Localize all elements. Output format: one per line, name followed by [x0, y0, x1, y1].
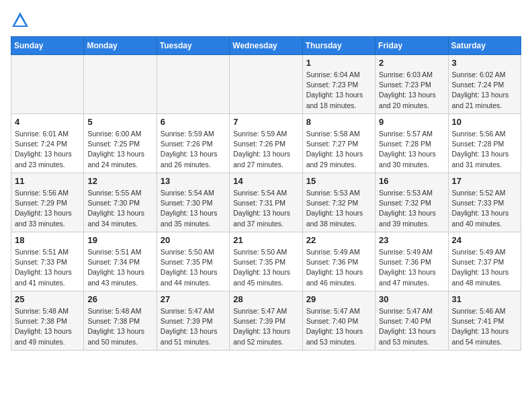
day-info: Sunrise: 5:46 AMSunset: 7:41 PMDaylight:… — [452, 306, 517, 347]
day-info: Sunrise: 5:58 AMSunset: 7:27 PMDaylight:… — [306, 129, 371, 170]
day-number: 24 — [452, 235, 517, 245]
day-number: 21 — [233, 235, 298, 245]
calendar-cell: 23Sunrise: 5:49 AMSunset: 7:36 PMDayligh… — [375, 232, 448, 291]
calendar-cell — [11, 55, 84, 114]
day-info: Sunrise: 5:59 AMSunset: 7:26 PMDaylight:… — [233, 129, 298, 170]
day-number: 18 — [15, 235, 80, 245]
day-info: Sunrise: 5:53 AMSunset: 7:32 PMDaylight:… — [379, 188, 444, 229]
calendar-cell: 26Sunrise: 5:48 AMSunset: 7:38 PMDayligh… — [84, 291, 157, 351]
col-header-saturday: Saturday — [448, 37, 521, 55]
day-number: 11 — [15, 176, 80, 186]
day-info: Sunrise: 5:51 AMSunset: 7:33 PMDaylight:… — [15, 247, 80, 288]
day-number: 15 — [306, 176, 371, 186]
day-info: Sunrise: 5:56 AMSunset: 7:28 PMDaylight:… — [452, 129, 517, 170]
calendar-cell: 5Sunrise: 6:00 AMSunset: 7:25 PMDaylight… — [84, 114, 157, 173]
calendar-cell: 22Sunrise: 5:49 AMSunset: 7:36 PMDayligh… — [302, 232, 375, 291]
day-number: 12 — [87, 176, 152, 186]
calendar-cell: 7Sunrise: 5:59 AMSunset: 7:26 PMDaylight… — [230, 114, 302, 173]
day-number: 30 — [379, 294, 444, 304]
calendar-cell: 20Sunrise: 5:50 AMSunset: 7:35 PMDayligh… — [157, 232, 229, 291]
day-info: Sunrise: 5:59 AMSunset: 7:26 PMDaylight:… — [161, 129, 226, 170]
day-number: 17 — [452, 176, 517, 186]
calendar-week-2: 4Sunrise: 6:01 AMSunset: 7:24 PMDaylight… — [11, 114, 521, 173]
calendar-cell: 17Sunrise: 5:52 AMSunset: 7:33 PMDayligh… — [448, 173, 521, 232]
calendar-cell: 2Sunrise: 6:03 AMSunset: 7:23 PMDaylight… — [375, 55, 448, 114]
day-info: Sunrise: 5:56 AMSunset: 7:29 PMDaylight:… — [15, 188, 80, 229]
calendar-cell: 29Sunrise: 5:47 AMSunset: 7:40 PMDayligh… — [302, 291, 375, 351]
day-info: Sunrise: 5:50 AMSunset: 7:35 PMDaylight:… — [161, 247, 226, 288]
day-info: Sunrise: 5:55 AMSunset: 7:30 PMDaylight:… — [87, 188, 152, 229]
col-header-thursday: Thursday — [302, 37, 375, 55]
calendar-week-1: 1Sunrise: 6:04 AMSunset: 7:23 PMDaylight… — [11, 55, 521, 114]
day-number: 5 — [87, 117, 152, 127]
day-number: 10 — [452, 117, 517, 127]
calendar-body: 1Sunrise: 6:04 AMSunset: 7:23 PMDaylight… — [11, 55, 521, 351]
day-number: 9 — [379, 117, 444, 127]
day-info: Sunrise: 6:03 AMSunset: 7:23 PMDaylight:… — [379, 70, 444, 111]
calendar-cell: 14Sunrise: 5:54 AMSunset: 7:31 PMDayligh… — [230, 173, 302, 232]
day-number: 23 — [379, 235, 444, 245]
day-number: 2 — [379, 58, 444, 68]
col-header-friday: Friday — [375, 37, 448, 55]
day-number: 28 — [233, 294, 298, 304]
calendar-cell: 4Sunrise: 6:01 AMSunset: 7:24 PMDaylight… — [11, 114, 84, 173]
calendar-cell: 30Sunrise: 5:47 AMSunset: 7:40 PMDayligh… — [375, 291, 448, 351]
day-number: 14 — [233, 176, 298, 186]
calendar-cell: 1Sunrise: 6:04 AMSunset: 7:23 PMDaylight… — [302, 55, 375, 114]
day-number: 22 — [306, 235, 371, 245]
day-info: Sunrise: 5:49 AMSunset: 7:37 PMDaylight:… — [452, 247, 517, 288]
day-info: Sunrise: 5:51 AMSunset: 7:34 PMDaylight:… — [87, 247, 152, 288]
day-info: Sunrise: 5:54 AMSunset: 7:31 PMDaylight:… — [233, 188, 298, 229]
day-info: Sunrise: 5:57 AMSunset: 7:28 PMDaylight:… — [379, 129, 444, 170]
day-info: Sunrise: 5:52 AMSunset: 7:33 PMDaylight:… — [452, 188, 517, 229]
day-number: 25 — [15, 294, 80, 304]
day-info: Sunrise: 5:48 AMSunset: 7:38 PMDaylight:… — [15, 306, 80, 347]
day-number: 20 — [161, 235, 226, 245]
day-number: 3 — [452, 58, 517, 68]
day-number: 7 — [233, 117, 298, 127]
day-number: 4 — [15, 117, 80, 127]
calendar-cell: 16Sunrise: 5:53 AMSunset: 7:32 PMDayligh… — [375, 173, 448, 232]
col-header-monday: Monday — [84, 37, 157, 55]
day-number: 16 — [379, 176, 444, 186]
day-number: 27 — [161, 294, 226, 304]
day-number: 8 — [306, 117, 371, 127]
day-info: Sunrise: 5:50 AMSunset: 7:35 PMDaylight:… — [233, 247, 298, 288]
day-info: Sunrise: 5:49 AMSunset: 7:36 PMDaylight:… — [379, 247, 444, 288]
calendar-cell: 19Sunrise: 5:51 AMSunset: 7:34 PMDayligh… — [84, 232, 157, 291]
calendar-cell: 9Sunrise: 5:57 AMSunset: 7:28 PMDaylight… — [375, 114, 448, 173]
logo-icon — [11, 11, 30, 30]
calendar-cell — [230, 55, 302, 114]
col-header-wednesday: Wednesday — [230, 37, 302, 55]
calendar-cell: 3Sunrise: 6:02 AMSunset: 7:24 PMDaylight… — [448, 55, 521, 114]
calendar-cell: 10Sunrise: 5:56 AMSunset: 7:28 PMDayligh… — [448, 114, 521, 173]
calendar-cell: 6Sunrise: 5:59 AMSunset: 7:26 PMDaylight… — [157, 114, 229, 173]
page-header — [11, 11, 521, 30]
calendar-cell: 31Sunrise: 5:46 AMSunset: 7:41 PMDayligh… — [448, 291, 521, 351]
calendar-cell: 18Sunrise: 5:51 AMSunset: 7:33 PMDayligh… — [11, 232, 84, 291]
calendar-cell: 12Sunrise: 5:55 AMSunset: 7:30 PMDayligh… — [84, 173, 157, 232]
day-info: Sunrise: 6:04 AMSunset: 7:23 PMDaylight:… — [306, 70, 371, 111]
calendar-cell: 21Sunrise: 5:50 AMSunset: 7:35 PMDayligh… — [230, 232, 302, 291]
day-info: Sunrise: 5:47 AMSunset: 7:39 PMDaylight:… — [161, 306, 226, 347]
calendar-cell — [84, 55, 157, 114]
day-info: Sunrise: 5:47 AMSunset: 7:39 PMDaylight:… — [233, 306, 298, 347]
day-info: Sunrise: 5:48 AMSunset: 7:38 PMDaylight:… — [87, 306, 152, 347]
calendar-week-3: 11Sunrise: 5:56 AMSunset: 7:29 PMDayligh… — [11, 173, 521, 232]
col-header-tuesday: Tuesday — [157, 37, 229, 55]
day-info: Sunrise: 5:54 AMSunset: 7:30 PMDaylight:… — [161, 188, 226, 229]
calendar-cell: 11Sunrise: 5:56 AMSunset: 7:29 PMDayligh… — [11, 173, 84, 232]
day-number: 1 — [306, 58, 371, 68]
calendar-header-row: SundayMondayTuesdayWednesdayThursdayFrid… — [11, 37, 521, 55]
day-number: 19 — [87, 235, 152, 245]
calendar-cell — [157, 55, 229, 114]
day-number: 31 — [452, 294, 517, 304]
calendar-cell: 13Sunrise: 5:54 AMSunset: 7:30 PMDayligh… — [157, 173, 229, 232]
day-info: Sunrise: 5:47 AMSunset: 7:40 PMDaylight:… — [306, 306, 371, 347]
day-info: Sunrise: 5:53 AMSunset: 7:32 PMDaylight:… — [306, 188, 371, 229]
day-info: Sunrise: 6:01 AMSunset: 7:24 PMDaylight:… — [15, 129, 80, 170]
calendar-cell: 8Sunrise: 5:58 AMSunset: 7:27 PMDaylight… — [302, 114, 375, 173]
calendar-week-5: 25Sunrise: 5:48 AMSunset: 7:38 PMDayligh… — [11, 291, 521, 351]
day-info: Sunrise: 5:49 AMSunset: 7:36 PMDaylight:… — [306, 247, 371, 288]
day-info: Sunrise: 6:02 AMSunset: 7:24 PMDaylight:… — [452, 70, 517, 111]
